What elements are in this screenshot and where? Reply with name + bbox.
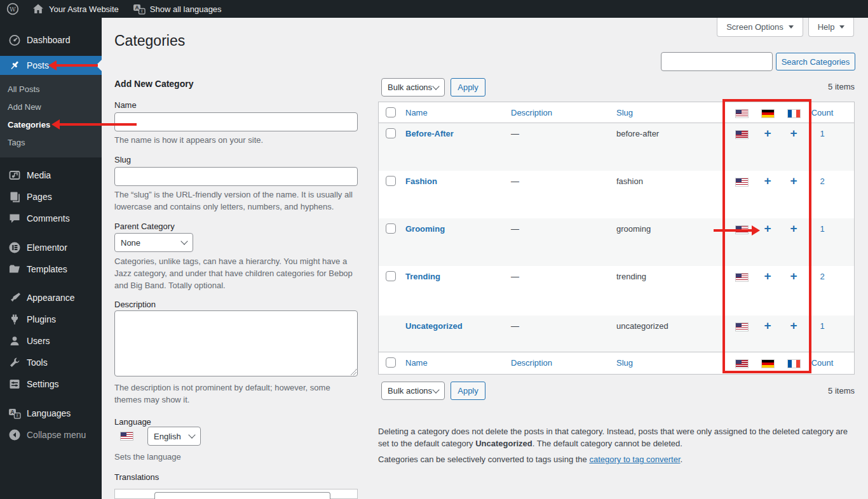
category-count[interactable]: 2 — [808, 176, 836, 186]
sidebar-item-label: Elementor — [27, 243, 67, 253]
add-french-translation-icon[interactable]: + — [790, 129, 797, 138]
items-count-top: 5 items — [828, 82, 855, 91]
us-flag-icon[interactable] — [736, 274, 748, 281]
us-flag-icon — [736, 360, 748, 368]
category-name-link[interactable]: Fashion — [405, 176, 437, 186]
svg-text:A: A — [10, 409, 14, 415]
sidebar-item-languages[interactable]: Ax̄ Languages — [0, 403, 102, 424]
sidebar-item-pages[interactable]: Pages — [0, 186, 102, 208]
sidebar-item-label: Comments — [27, 213, 70, 223]
elementor-icon — [8, 241, 21, 254]
name-help-text: The name is how it appears on your site. — [114, 134, 358, 146]
category-name-link[interactable]: Uncategorized — [405, 321, 463, 331]
resize-grip-icon[interactable] — [350, 369, 356, 375]
category-to-tag-converter-link[interactable]: category to tag converter — [589, 455, 680, 464]
sidebar-item-comments[interactable]: Comments — [0, 208, 102, 229]
add-french-translation-icon[interactable]: + — [790, 321, 797, 330]
sidebar-collapse-menu[interactable]: Collapse menu — [0, 424, 102, 446]
table-row: Fashion — fashion + + 2 — [379, 171, 854, 218]
apply-button-bottom[interactable]: Apply — [451, 382, 485, 400]
sidebar-item-tags[interactable]: Tags — [0, 133, 102, 151]
search-categories-button[interactable]: Search Categories — [776, 53, 855, 70]
us-flag-icon[interactable] — [736, 131, 748, 138]
admin-bar-languages-link[interactable]: Ax̄ Show all languages — [133, 3, 222, 15]
row-checkbox[interactable] — [386, 176, 396, 186]
category-name-input[interactable] — [114, 112, 358, 131]
column-header-name[interactable]: Name — [405, 108, 428, 117]
screen-options-button[interactable]: Screen Options — [717, 18, 803, 37]
items-count-bottom: 5 items — [828, 386, 855, 396]
column-header-count[interactable]: Count — [808, 108, 836, 117]
sidebar-item-label: Collapse menu — [27, 430, 86, 440]
sidebar-item-tools[interactable]: Tools — [0, 352, 102, 373]
apply-button-top[interactable]: Apply — [451, 78, 485, 96]
sidebar-item-all-posts[interactable]: All Posts — [0, 80, 102, 98]
converter-note: Categories can be selectively converted … — [378, 453, 853, 465]
sidebar-item-plugins[interactable]: Plugins — [0, 309, 102, 330]
category-name-link[interactable]: Trending — [405, 272, 440, 281]
category-description-textarea[interactable] — [114, 310, 358, 376]
sidebar-item-users[interactable]: Users — [0, 330, 102, 352]
column-header-description[interactable]: Description — [511, 108, 552, 117]
bulk-actions-select-top[interactable]: Bulk actions — [381, 78, 445, 96]
us-flag-icon — [736, 110, 748, 117]
add-french-translation-icon[interactable]: + — [790, 176, 797, 185]
sidebar-item-media[interactable]: Media — [0, 164, 102, 186]
sidebar-item-add-new[interactable]: Add New — [0, 98, 102, 116]
add-german-translation-icon[interactable]: + — [764, 224, 771, 233]
category-description: — — [511, 176, 519, 186]
column-header-description[interactable]: Description — [511, 358, 552, 368]
bulk-actions-select-bottom[interactable]: Bulk actions — [381, 382, 445, 400]
column-header-name[interactable]: Name — [405, 358, 428, 368]
us-flag-icon[interactable] — [736, 178, 748, 186]
sidebar-item-label: Templates — [27, 264, 67, 274]
add-german-translation-icon[interactable]: + — [764, 176, 771, 185]
sidebar-item-templates[interactable]: Templates — [0, 258, 102, 280]
search-input[interactable] — [661, 52, 773, 71]
parent-category-select[interactable]: None — [114, 233, 193, 252]
us-flag-icon[interactable] — [736, 323, 748, 331]
sidebar-item-dashboard[interactable]: Dashboard — [0, 29, 102, 51]
select-all-checkbox[interactable] — [386, 107, 396, 117]
sidebar-item-elementor[interactable]: Elementor — [0, 237, 102, 258]
sidebar-item-label: Plugins — [27, 314, 56, 324]
help-button[interactable]: Help — [808, 18, 854, 37]
table-row: Trending — trending + + 2 — [379, 266, 854, 316]
category-count[interactable]: 1 — [808, 129, 836, 138]
add-german-translation-icon[interactable]: + — [764, 129, 771, 138]
category-count[interactable]: 1 — [808, 224, 836, 234]
category-count[interactable]: 1 — [808, 321, 836, 331]
submenu-label: Categories — [8, 120, 50, 130]
category-name-link[interactable]: Grooming — [405, 224, 445, 234]
row-checkbox[interactable] — [386, 128, 396, 138]
parent-category-value: None — [121, 238, 140, 248]
add-french-translation-icon[interactable]: + — [790, 224, 797, 233]
sidebar-item-settings[interactable]: Settings — [0, 373, 102, 395]
row-checkbox[interactable] — [386, 271, 396, 281]
select-all-checkbox[interactable] — [386, 357, 396, 368]
column-header-slug[interactable]: Slug — [616, 358, 633, 368]
column-header-count[interactable]: Count — [808, 358, 836, 368]
category-name-link[interactable]: Before-After — [405, 129, 454, 138]
category-slug-input[interactable] — [114, 167, 358, 186]
translation-input[interactable] — [154, 492, 330, 499]
sidebar-item-appearance[interactable]: Appearance — [0, 287, 102, 309]
table-header-row: Name Description Slug Count — [379, 102, 854, 123]
add-german-translation-icon[interactable]: + — [764, 272, 771, 281]
tools-wrench-icon — [8, 356, 21, 369]
category-count[interactable]: 2 — [808, 272, 836, 281]
help-label: Help — [818, 22, 835, 32]
add-french-translation-icon[interactable]: + — [790, 272, 797, 281]
language-help-text: Sets the language — [114, 451, 358, 463]
deletion-note: Deleting a category does not delete the … — [378, 425, 853, 449]
wordpress-logo-icon[interactable]: W — [6, 3, 19, 15]
pages-icon — [8, 190, 21, 203]
language-select[interactable]: English — [147, 427, 201, 446]
admin-bar-site-link[interactable]: Your Astra Website — [32, 3, 119, 15]
apply-label: Apply — [458, 83, 478, 92]
table-row: Grooming — grooming + + 1 — [379, 218, 854, 266]
row-checkbox[interactable] — [386, 223, 396, 234]
site-name: Your Astra Website — [49, 4, 119, 14]
column-header-slug[interactable]: Slug — [616, 108, 633, 117]
add-german-translation-icon[interactable]: + — [764, 321, 771, 330]
